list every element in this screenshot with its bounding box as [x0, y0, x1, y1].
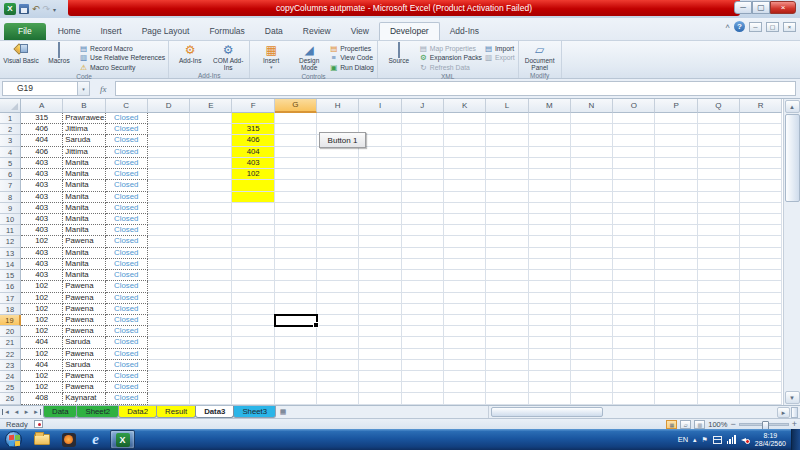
cell-J15[interactable]: [402, 270, 444, 281]
cell-E8[interactable]: [190, 192, 232, 203]
cell-C8[interactable]: Closed: [106, 192, 148, 203]
cell-P6[interactable]: [655, 169, 697, 180]
cell-K17[interactable]: [444, 293, 486, 304]
cell-D4[interactable]: [148, 147, 190, 158]
cell-H25[interactable]: [317, 382, 359, 393]
cell-O12[interactable]: [613, 236, 655, 247]
cell-B16[interactable]: Pawena: [63, 281, 105, 292]
cell-A13[interactable]: 403: [21, 248, 63, 259]
cell-Q26[interactable]: [698, 393, 740, 404]
cell-C11[interactable]: Closed: [106, 225, 148, 236]
cell-K12[interactable]: [444, 236, 486, 247]
cell-I24[interactable]: [359, 371, 401, 382]
cell-O18[interactable]: [613, 304, 655, 315]
cell-A21[interactable]: 404: [21, 337, 63, 348]
cell-E17[interactable]: [190, 293, 232, 304]
cell-F5[interactable]: 403: [232, 158, 274, 169]
cell-H4[interactable]: [317, 147, 359, 158]
cell-P9[interactable]: [655, 203, 697, 214]
cell-N25[interactable]: [571, 382, 613, 393]
cell-Q1[interactable]: [698, 113, 740, 124]
cell-N2[interactable]: [571, 124, 613, 135]
cell-H24[interactable]: [317, 371, 359, 382]
cell-C26[interactable]: Closed: [106, 393, 148, 404]
cell-R17[interactable]: [740, 293, 782, 304]
cell-P21[interactable]: [655, 337, 697, 348]
cell-N8[interactable]: [571, 192, 613, 203]
cell-J11[interactable]: [402, 225, 444, 236]
cell-A16[interactable]: 102: [21, 281, 63, 292]
cell-N17[interactable]: [571, 293, 613, 304]
cell-E3[interactable]: [190, 135, 232, 146]
cell-K13[interactable]: [444, 248, 486, 259]
normal-view-button[interactable]: ▦: [666, 420, 677, 429]
cell-M3[interactable]: [529, 135, 571, 146]
cell-K3[interactable]: [444, 135, 486, 146]
cell-J18[interactable]: [402, 304, 444, 315]
cell-M12[interactable]: [529, 236, 571, 247]
zoom-slider[interactable]: [739, 423, 789, 426]
cell-G9[interactable]: [275, 203, 317, 214]
cell-A22[interactable]: 102: [21, 349, 63, 360]
cell-P2[interactable]: [655, 124, 697, 135]
cell-M9[interactable]: [529, 203, 571, 214]
horizontal-scrollbar[interactable]: ►: [488, 406, 800, 418]
cell-G14[interactable]: [275, 259, 317, 270]
cell-I22[interactable]: [359, 349, 401, 360]
close-button[interactable]: ×: [770, 1, 796, 14]
cell-A5[interactable]: 403: [21, 158, 63, 169]
cell-J5[interactable]: [402, 158, 444, 169]
cell-F26[interactable]: [232, 393, 274, 404]
cell-M24[interactable]: [529, 371, 571, 382]
cell-I7[interactable]: [359, 180, 401, 191]
cell-O9[interactable]: [613, 203, 655, 214]
cell-E13[interactable]: [190, 248, 232, 259]
excel-app-icon[interactable]: X: [4, 3, 16, 15]
cell-P23[interactable]: [655, 360, 697, 371]
source-button[interactable]: Source: [381, 42, 417, 64]
cell-A26[interactable]: 408: [21, 393, 63, 404]
cell-J16[interactable]: [402, 281, 444, 292]
cell-Q2[interactable]: [698, 124, 740, 135]
cell-C4[interactable]: Closed: [106, 147, 148, 158]
cell-H11[interactable]: [317, 225, 359, 236]
cell-R14[interactable]: [740, 259, 782, 270]
cell-L18[interactable]: [486, 304, 528, 315]
cell-J2[interactable]: [402, 124, 444, 135]
cell-D20[interactable]: [148, 326, 190, 337]
cell-B3[interactable]: Saruda: [63, 135, 105, 146]
cell-R10[interactable]: [740, 214, 782, 225]
cell-F4[interactable]: 404: [232, 147, 274, 158]
cell-E9[interactable]: [190, 203, 232, 214]
cell-P11[interactable]: [655, 225, 697, 236]
export-button[interactable]: ▥ Export: [484, 54, 515, 63]
cell-M11[interactable]: [529, 225, 571, 236]
sheet-tab-result[interactable]: Result: [156, 406, 196, 418]
cell-P24[interactable]: [655, 371, 697, 382]
cell-Q20[interactable]: [698, 326, 740, 337]
cell-L9[interactable]: [486, 203, 528, 214]
cell-F3[interactable]: 406: [232, 135, 274, 146]
cell-F1[interactable]: [232, 113, 274, 124]
cell-B1[interactable]: Prawrawee: [63, 113, 105, 124]
add-ins-button[interactable]: ⚙ Add-Ins: [172, 42, 208, 64]
action-center-flag-icon[interactable]: ⚑: [702, 436, 708, 444]
cell-I25[interactable]: [359, 382, 401, 393]
cell-J23[interactable]: [402, 360, 444, 371]
cell-A2[interactable]: 406: [21, 124, 63, 135]
cell-B22[interactable]: Pawena: [63, 349, 105, 360]
cell-L5[interactable]: [486, 158, 528, 169]
cell-E20[interactable]: [190, 326, 232, 337]
cell-F15[interactable]: [232, 270, 274, 281]
cell-Q11[interactable]: [698, 225, 740, 236]
cell-B9[interactable]: Manita: [63, 203, 105, 214]
cell-E19[interactable]: [190, 315, 232, 326]
save-icon[interactable]: [19, 4, 29, 14]
cell-I14[interactable]: [359, 259, 401, 270]
cell-F7[interactable]: [232, 180, 274, 191]
cell-R21[interactable]: [740, 337, 782, 348]
column-header-B[interactable]: B: [63, 99, 105, 113]
cell-N22[interactable]: [571, 349, 613, 360]
row-header-1[interactable]: 1: [0, 113, 21, 124]
restore-button[interactable]: ▢: [752, 1, 770, 14]
